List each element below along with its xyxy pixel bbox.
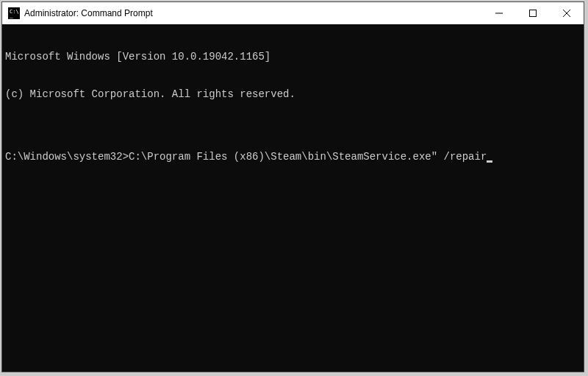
command-text: C:\Program Files (x86)\Steam\bin\SteamSe…	[129, 151, 487, 163]
terminal-prompt-line: C:\Windows\system32>C:\Program Files (x8…	[5, 151, 581, 163]
maximize-icon	[529, 10, 537, 17]
close-button[interactable]	[550, 2, 584, 24]
minimize-button[interactable]	[482, 2, 516, 24]
maximize-button[interactable]	[516, 2, 550, 24]
titlebar[interactable]: Administrator: Command Prompt	[2, 2, 584, 24]
terminal-area[interactable]: Microsoft Windows [Version 10.0.19042.11…	[2, 24, 584, 372]
app-icon	[8, 7, 20, 19]
close-icon	[563, 10, 570, 17]
cursor	[487, 160, 492, 163]
terminal-output-line: (c) Microsoft Corporation. All rights re…	[5, 88, 581, 101]
command-prompt-window: Administrator: Command Prompt Microsoft	[1, 1, 584, 372]
svg-rect-1	[530, 10, 537, 17]
minimize-icon	[495, 10, 503, 17]
prompt-text: C:\Windows\system32>	[5, 151, 129, 163]
terminal-output-line: Microsoft Windows [Version 10.0.19042.11…	[5, 51, 581, 63]
window-title: Administrator: Command Prompt	[24, 8, 482, 18]
window-controls	[482, 2, 584, 24]
